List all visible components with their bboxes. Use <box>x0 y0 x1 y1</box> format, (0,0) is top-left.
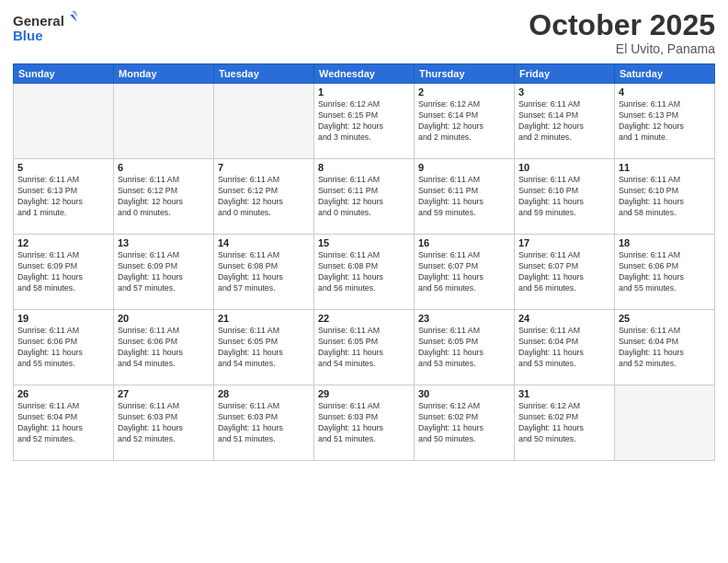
calendar-week-row: 5Sunrise: 6:11 AM Sunset: 6:13 PM Daylig… <box>14 159 715 235</box>
day-number: 6 <box>118 162 210 173</box>
day-info: Sunrise: 6:11 AM Sunset: 6:12 PM Dayligh… <box>118 175 210 219</box>
day-info: Sunrise: 6:11 AM Sunset: 6:09 PM Dayligh… <box>118 250 210 294</box>
day-number: 11 <box>619 162 711 173</box>
day-info: Sunrise: 6:11 AM Sunset: 6:13 PM Dayligh… <box>17 175 109 219</box>
table-row: 26Sunrise: 6:11 AM Sunset: 6:04 PM Dayli… <box>14 385 114 461</box>
svg-marker-2 <box>70 15 77 22</box>
day-number: 20 <box>118 313 210 324</box>
page: General Blue October 2025 El Uvito, Pana… <box>0 0 728 563</box>
table-row: 21Sunrise: 6:11 AM Sunset: 6:05 PM Dayli… <box>214 310 314 385</box>
table-row: 5Sunrise: 6:11 AM Sunset: 6:13 PM Daylig… <box>14 159 114 235</box>
day-number: 2 <box>418 86 510 98</box>
day-number: 27 <box>118 388 210 399</box>
day-number: 24 <box>518 313 610 324</box>
logo: General Blue <box>13 9 77 50</box>
table-row: 1Sunrise: 6:12 AM Sunset: 6:15 PM Daylig… <box>314 84 415 159</box>
svg-text:Blue: Blue <box>13 28 43 43</box>
day-number: 17 <box>518 237 610 248</box>
day-number: 1 <box>318 86 410 98</box>
day-info: Sunrise: 6:11 AM Sunset: 6:14 PM Dayligh… <box>518 99 610 144</box>
day-info: Sunrise: 6:11 AM Sunset: 6:05 PM Dayligh… <box>218 326 310 370</box>
day-info: Sunrise: 6:11 AM Sunset: 6:07 PM Dayligh… <box>418 250 510 294</box>
table-row: 16Sunrise: 6:11 AM Sunset: 6:07 PM Dayli… <box>415 235 515 310</box>
calendar-header-row: SundayMondayTuesdayWednesdayThursdayFrid… <box>14 64 715 84</box>
table-row: 19Sunrise: 6:11 AM Sunset: 6:06 PM Dayli… <box>14 310 114 385</box>
day-info: Sunrise: 6:11 AM Sunset: 6:05 PM Dayligh… <box>318 326 410 370</box>
table-row: 30Sunrise: 6:12 AM Sunset: 6:02 PM Dayli… <box>415 385 515 461</box>
day-number: 14 <box>218 237 310 248</box>
table-row: 17Sunrise: 6:11 AM Sunset: 6:07 PM Dayli… <box>515 235 615 310</box>
table-row: 15Sunrise: 6:11 AM Sunset: 6:08 PM Dayli… <box>314 235 415 310</box>
day-number: 19 <box>17 313 109 324</box>
day-header: Tuesday <box>214 64 314 84</box>
day-info: Sunrise: 6:11 AM Sunset: 6:04 PM Dayligh… <box>518 326 610 370</box>
day-info: Sunrise: 6:11 AM Sunset: 6:10 PM Dayligh… <box>619 175 711 219</box>
table-row: 13Sunrise: 6:11 AM Sunset: 6:09 PM Dayli… <box>114 235 214 310</box>
table-row: 7Sunrise: 6:11 AM Sunset: 6:12 PM Daylig… <box>214 159 314 235</box>
day-info: Sunrise: 6:11 AM Sunset: 6:12 PM Dayligh… <box>218 175 310 219</box>
day-number: 31 <box>518 388 610 399</box>
day-number: 3 <box>518 86 610 98</box>
day-info: Sunrise: 6:12 AM Sunset: 6:14 PM Dayligh… <box>418 99 510 144</box>
day-header: Friday <box>515 64 615 84</box>
day-info: Sunrise: 6:11 AM Sunset: 6:03 PM Dayligh… <box>318 401 410 445</box>
day-number: 16 <box>418 237 510 248</box>
day-number: 29 <box>318 388 410 399</box>
table-row: 11Sunrise: 6:11 AM Sunset: 6:10 PM Dayli… <box>615 159 715 235</box>
day-number: 10 <box>518 162 610 173</box>
table-row: 2Sunrise: 6:12 AM Sunset: 6:14 PM Daylig… <box>415 84 515 159</box>
table-row: 25Sunrise: 6:11 AM Sunset: 6:04 PM Dayli… <box>615 310 715 385</box>
day-number: 28 <box>218 388 310 399</box>
day-info: Sunrise: 6:11 AM Sunset: 6:06 PM Dayligh… <box>118 326 210 370</box>
day-info: Sunrise: 6:11 AM Sunset: 6:11 PM Dayligh… <box>418 175 510 219</box>
day-number: 7 <box>218 162 310 173</box>
table-row <box>14 84 114 159</box>
calendar-week-row: 19Sunrise: 6:11 AM Sunset: 6:06 PM Dayli… <box>14 310 715 385</box>
day-info: Sunrise: 6:11 AM Sunset: 6:06 PM Dayligh… <box>619 250 711 294</box>
day-number: 5 <box>17 162 109 173</box>
day-number: 9 <box>418 162 510 173</box>
day-header: Saturday <box>615 64 715 84</box>
table-row <box>114 84 214 159</box>
day-number: 12 <box>17 237 109 248</box>
calendar-week-row: 1Sunrise: 6:12 AM Sunset: 6:15 PM Daylig… <box>14 84 715 159</box>
day-info: Sunrise: 6:11 AM Sunset: 6:07 PM Dayligh… <box>518 250 610 294</box>
table-row: 28Sunrise: 6:11 AM Sunset: 6:03 PM Dayli… <box>214 385 314 461</box>
day-header: Wednesday <box>314 64 415 84</box>
day-info: Sunrise: 6:12 AM Sunset: 6:02 PM Dayligh… <box>518 401 610 445</box>
day-number: 22 <box>318 313 410 324</box>
day-info: Sunrise: 6:11 AM Sunset: 6:08 PM Dayligh… <box>218 250 310 294</box>
day-number: 18 <box>619 237 711 248</box>
day-info: Sunrise: 6:12 AM Sunset: 6:02 PM Dayligh… <box>418 401 510 445</box>
table-row: 9Sunrise: 6:11 AM Sunset: 6:11 PM Daylig… <box>415 159 515 235</box>
day-header: Thursday <box>415 64 515 84</box>
day-info: Sunrise: 6:11 AM Sunset: 6:06 PM Dayligh… <box>17 326 109 370</box>
location: El Uvito, Panama <box>529 41 715 56</box>
day-number: 21 <box>218 313 310 324</box>
calendar: SundayMondayTuesdayWednesdayThursdayFrid… <box>13 63 715 461</box>
table-row: 3Sunrise: 6:11 AM Sunset: 6:14 PM Daylig… <box>515 84 615 159</box>
day-info: Sunrise: 6:11 AM Sunset: 6:13 PM Dayligh… <box>619 99 711 144</box>
table-row: 14Sunrise: 6:11 AM Sunset: 6:08 PM Dayli… <box>214 235 314 310</box>
day-number: 4 <box>619 86 711 98</box>
day-number: 25 <box>619 313 711 324</box>
day-number: 23 <box>418 313 510 324</box>
header: General Blue October 2025 El Uvito, Pana… <box>13 9 715 56</box>
day-header: Monday <box>114 64 214 84</box>
table-row: 6Sunrise: 6:11 AM Sunset: 6:12 PM Daylig… <box>114 159 214 235</box>
day-info: Sunrise: 6:12 AM Sunset: 6:15 PM Dayligh… <box>318 99 410 144</box>
day-number: 30 <box>418 388 510 399</box>
table-row: 24Sunrise: 6:11 AM Sunset: 6:04 PM Dayli… <box>515 310 615 385</box>
table-row: 12Sunrise: 6:11 AM Sunset: 6:09 PM Dayli… <box>14 235 114 310</box>
table-row: 22Sunrise: 6:11 AM Sunset: 6:05 PM Dayli… <box>314 310 415 385</box>
table-row <box>214 84 314 159</box>
table-row: 8Sunrise: 6:11 AM Sunset: 6:11 PM Daylig… <box>314 159 415 235</box>
day-number: 26 <box>17 388 109 399</box>
table-row: 20Sunrise: 6:11 AM Sunset: 6:06 PM Dayli… <box>114 310 214 385</box>
day-info: Sunrise: 6:11 AM Sunset: 6:11 PM Dayligh… <box>318 175 410 219</box>
day-info: Sunrise: 6:11 AM Sunset: 6:03 PM Dayligh… <box>118 401 210 445</box>
day-info: Sunrise: 6:11 AM Sunset: 6:05 PM Dayligh… <box>418 326 510 370</box>
day-info: Sunrise: 6:11 AM Sunset: 6:04 PM Dayligh… <box>17 401 109 445</box>
logo-svg: General Blue <box>13 9 77 50</box>
calendar-week-row: 26Sunrise: 6:11 AM Sunset: 6:04 PM Dayli… <box>14 385 715 461</box>
